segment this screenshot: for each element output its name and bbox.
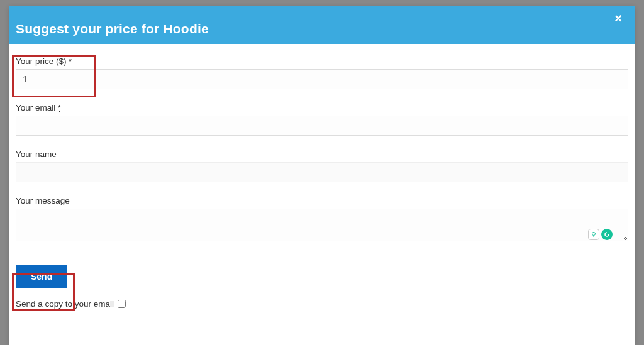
grammarly-overlay [588, 229, 613, 240]
name-input[interactable] [16, 162, 628, 182]
send-button[interactable]: Send [16, 265, 67, 288]
copy-checkbox[interactable] [118, 300, 126, 308]
required-mark: * [69, 57, 72, 66]
modal-body: Your price ($) * Your email * Your name … [9, 44, 635, 315]
copy-checkbox-label: Send a copy to your email [16, 299, 114, 309]
svg-point-0 [592, 233, 596, 236]
email-input[interactable] [16, 116, 628, 136]
price-input[interactable] [16, 69, 628, 89]
price-label-text: Your price ($) [16, 57, 67, 66]
email-label-text: Your email [16, 103, 55, 112]
name-field-group: Your name [16, 150, 628, 182]
message-label: Your message [16, 196, 628, 205]
email-label: Your email * [16, 103, 628, 112]
price-field-group: Your price ($) * [16, 57, 628, 89]
message-textarea[interactable] [16, 209, 628, 241]
email-field-group: Your email * [16, 103, 628, 136]
grammarly-icon[interactable] [601, 229, 613, 240]
price-label: Your price ($) * [16, 57, 628, 66]
required-mark: * [58, 104, 61, 112]
name-label: Your name [16, 150, 628, 159]
message-field-group: Your message [16, 196, 628, 244]
suggestion-bulb-icon[interactable] [588, 229, 599, 240]
modal-header: Suggest your price for Hoodie × [9, 6, 635, 44]
textarea-wrapper [16, 209, 628, 244]
close-icon[interactable]: × [614, 12, 622, 25]
modal-dialog: Suggest your price for Hoodie × Your pri… [9, 6, 635, 345]
copy-checkbox-row: Send a copy to your email [16, 299, 628, 309]
modal-title: Suggest your price for Hoodie [16, 21, 209, 36]
